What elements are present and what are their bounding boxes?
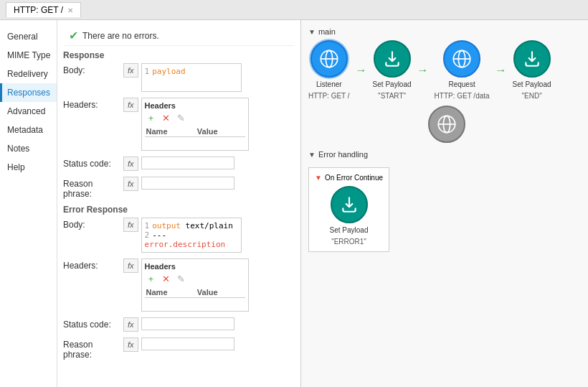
error-line1-output: output [152,221,185,230]
sidebar-item-notes[interactable]: Notes [0,139,57,158]
response-body-code[interactable]: 1payload [141,63,242,92]
response-body-label: Body: [63,63,120,75]
error-body-fx-btn[interactable]: fx [123,218,138,232]
error-body-label: Body: [63,218,120,230]
error-headers-fx-btn[interactable]: fx [123,258,138,273]
sidebar-item-general[interactable]: General [0,27,57,46]
error-headers-toolbar: + ✕ ✎ [145,272,245,285]
sidebar-item-metadata[interactable]: Metadata [0,121,57,139]
response-status-code-row: Status code: fx [63,157,295,171]
main-flow-row: Listener HTTP: GET / → Set Payload "STAR… [308,40,581,100]
on-error-continue-box: ▼ On Error Continue Set Payload "ERROR1" [308,167,389,252]
response-status-code-label: Status code: [63,157,120,169]
error-headers-box: Headers + ✕ ✎ Name Value [141,258,249,312]
set-payload-start-sublabel: "START" [378,92,406,100]
set-payload-end-label: Set Payload [513,80,551,89]
set-payload-end-node[interactable]: Set Payload "END" [513,40,551,100]
error-set-payload-circle [331,186,368,223]
request-sublabel: HTTP: GET /data [435,92,490,100]
response-headers-toolbar: + ✕ ✎ [145,111,245,124]
error-reason-phrase-fx-btn[interactable]: fx [123,337,138,352]
response-body-fx-btn[interactable]: fx [123,63,138,78]
response-headers-fx-btn[interactable]: fx [123,98,138,112]
sidebar-item-advanced[interactable]: Advanced [0,102,57,121]
table-row [145,137,245,148]
main-layout: General MIME Type Redelivery Responses A… [0,20,588,387]
error-download-icon [340,195,359,214]
error-status-code-fx-btn[interactable]: fx [123,317,138,332]
sidebar-item-redelivery[interactable]: Redelivery [0,65,57,83]
table-row [145,298,245,309]
arrow-1-icon: → [356,64,367,77]
sidebar-item-responses[interactable]: Responses [0,83,57,102]
on-error-triangle-icon: ▼ [315,174,322,182]
on-error-continue-title: ▼ On Error Continue [315,174,383,182]
extra-gray-node[interactable] [313,106,581,143]
download-icon [383,50,402,68]
error-handling-label: Error handling [318,150,368,159]
delete-header-btn[interactable]: ✕ [160,111,173,124]
sidebar: General MIME Type Redelivery Responses A… [0,20,57,387]
response-status-code-input[interactable] [141,157,234,169]
main-flow-title: ▼ main [308,27,581,36]
set-payload-start-node[interactable]: Set Payload "START" [373,40,412,100]
delete-error-header-btn[interactable]: ✕ [160,272,173,285]
extra-globe-icon [437,114,457,134]
tab-close-icon[interactable]: ✕ [67,6,73,14]
sidebar-item-mime-type[interactable]: MIME Type [0,46,57,65]
status-bar: ✔ There are no errors. [63,26,295,46]
edit-header-btn[interactable]: ✎ [175,111,188,124]
error-status-code-input[interactable] [141,317,234,330]
extra-node-circle [428,106,465,143]
error-status-code-row: Status code: fx [63,317,295,332]
triangle-down-icon: ▼ [308,28,316,36]
error-body-row: Body: fx 1output text/plain 2--- error.d… [63,218,295,253]
error-status-code-label: Status code: [63,317,120,330]
listener-circle [310,40,348,78]
add-header-btn[interactable]: + [145,111,158,124]
listener-label: Listener [316,80,342,89]
main-flow-section: ▼ main Listener HTTP: GET / → [308,27,581,143]
error-set-payload-label: Set Payload [330,226,369,235]
error-handling-title: ▼ Error handling [308,150,581,159]
error-headers-label: Headers: [63,258,120,271]
status-message: There are no errors. [82,31,159,41]
tab-label: HTTP: GET / [14,5,63,15]
request-circle [443,40,480,78]
top-bar: HTTP: GET / ✕ [0,0,588,20]
error-line2-dashes: --- [152,230,166,240]
config-area: ✔ There are no errors. Response Body: fx… [57,20,300,387]
sidebar-item-help[interactable]: Help [0,158,57,177]
error-headers-table: Name Value [145,287,245,308]
response-reason-phrase-fx-btn[interactable]: fx [123,177,138,191]
response-body-row: Body: fx 1payload [63,63,295,92]
main-label: main [318,27,336,36]
left-wrapper: General MIME Type Redelivery Responses A… [0,20,301,387]
main-tab[interactable]: HTTP: GET / ✕ [6,2,81,17]
response-reason-phrase-input[interactable] [141,177,234,190]
error-col-name: Name [145,287,196,298]
listener-sublabel: HTTP: GET / [308,92,350,100]
error-line1-num: 1 [145,221,150,230]
set-payload-end-circle [513,40,551,78]
add-error-header-btn[interactable]: + [145,272,158,285]
error-reason-phrase-label: Reason phrase: [63,337,120,360]
response-headers-label: Headers: [63,98,120,110]
error-set-payload-sublabel: "ERROR1" [331,238,366,246]
request-node[interactable]: Request HTTP: GET /data [435,40,490,100]
error-reason-phrase-row: Reason phrase: fx [63,337,295,360]
error-headers-title: Headers [145,262,245,271]
arrow-3-icon: → [495,64,507,77]
error-reason-phrase-input[interactable] [141,337,234,350]
error-line1-text: text/plain [186,221,233,230]
response-status-code-fx-btn[interactable]: fx [123,157,138,171]
response-headers-title: Headers [145,101,245,110]
request-globe-icon [452,49,472,69]
error-set-payload-node[interactable]: Set Payload "ERROR1" [315,186,383,246]
listener-node[interactable]: Listener HTTP: GET / [308,40,350,100]
error-line2-text: error.description [145,240,226,249]
error-body-code[interactable]: 1output text/plain 2--- error.descriptio… [141,218,242,253]
response-headers-table: Name Value [145,126,245,147]
edit-error-header-btn[interactable]: ✎ [175,272,188,285]
response-reason-phrase-label: Reason phrase: [63,177,120,199]
